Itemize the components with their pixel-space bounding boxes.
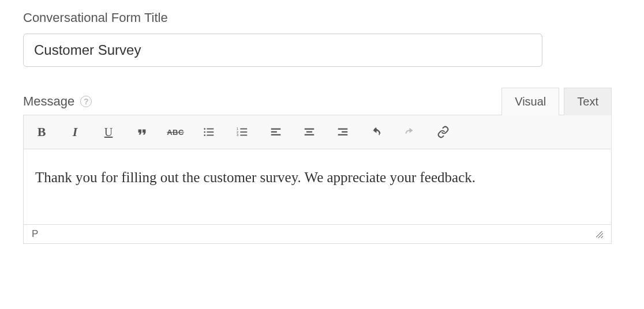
numbered-list-button[interactable]: 123 xyxy=(231,121,253,143)
svg-rect-17 xyxy=(305,134,314,135)
svg-rect-16 xyxy=(306,131,312,133)
svg-rect-15 xyxy=(305,129,314,130)
italic-button[interactable]: I xyxy=(64,121,86,143)
form-title-label-text: Conversational Form Title xyxy=(23,10,168,25)
editor-status-bar: P xyxy=(24,224,611,243)
svg-point-0 xyxy=(204,128,205,130)
svg-rect-18 xyxy=(338,129,348,130)
message-label: Message ? xyxy=(23,94,92,109)
tab-visual[interactable]: Visual xyxy=(501,88,559,115)
tab-text[interactable]: Text xyxy=(564,88,612,115)
redo-icon xyxy=(403,126,416,138)
svg-rect-12 xyxy=(271,129,281,130)
numbered-list-icon: 123 xyxy=(236,126,249,138)
svg-rect-19 xyxy=(342,131,347,133)
strikethrough-button[interactable]: ABC xyxy=(164,121,186,143)
svg-point-1 xyxy=(204,131,205,133)
svg-text:3: 3 xyxy=(237,133,238,137)
underline-button[interactable]: U xyxy=(98,121,119,143)
svg-rect-9 xyxy=(240,129,247,130)
svg-rect-13 xyxy=(271,131,277,133)
svg-rect-10 xyxy=(240,131,247,133)
bold-button[interactable]: B xyxy=(31,121,53,143)
svg-rect-11 xyxy=(240,135,247,136)
quote-icon xyxy=(136,126,148,138)
svg-rect-3 xyxy=(207,129,214,130)
form-title-label: Conversational Form Title xyxy=(23,10,621,25)
undo-icon xyxy=(370,126,383,138)
svg-rect-5 xyxy=(207,135,214,136)
blockquote-button[interactable] xyxy=(131,121,153,143)
bullet-list-button[interactable] xyxy=(198,121,220,143)
element-path[interactable]: P xyxy=(32,228,38,240)
align-center-icon xyxy=(303,126,316,138)
editor-tabs: Visual Text xyxy=(501,88,612,115)
link-button[interactable] xyxy=(432,121,454,143)
svg-rect-4 xyxy=(207,131,214,133)
align-left-icon xyxy=(269,126,282,138)
link-icon xyxy=(437,126,450,138)
align-right-button[interactable] xyxy=(332,121,354,143)
rich-text-editor: B I U ABC 123 Thank you for fil xyxy=(23,115,612,244)
svg-point-2 xyxy=(204,134,205,136)
align-center-button[interactable] xyxy=(298,121,320,143)
editor-toolbar: B I U ABC 123 xyxy=(24,115,611,149)
redo-button[interactable] xyxy=(399,121,421,143)
resize-handle[interactable] xyxy=(595,230,603,238)
align-right-icon xyxy=(336,126,349,138)
svg-rect-20 xyxy=(338,134,348,135)
bullet-list-icon xyxy=(203,126,215,138)
help-icon[interactable]: ? xyxy=(80,96,92,107)
message-label-text: Message xyxy=(23,94,74,109)
svg-rect-14 xyxy=(271,134,281,135)
editor-content-area[interactable]: Thank you for filling out the customer s… xyxy=(24,149,611,224)
undo-button[interactable] xyxy=(365,121,387,143)
form-title-input[interactable] xyxy=(23,33,542,67)
align-left-button[interactable] xyxy=(265,121,287,143)
